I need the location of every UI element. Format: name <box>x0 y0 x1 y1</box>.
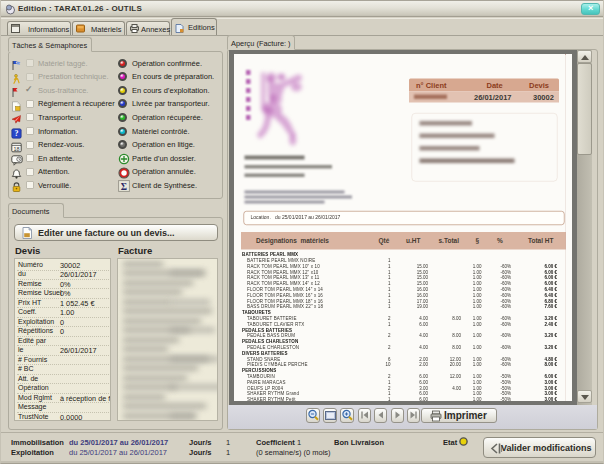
svg-text:?: ? <box>15 129 19 138</box>
svg-text:Σ: Σ <box>121 181 127 192</box>
svg-text:18: 18 <box>13 145 19 151</box>
